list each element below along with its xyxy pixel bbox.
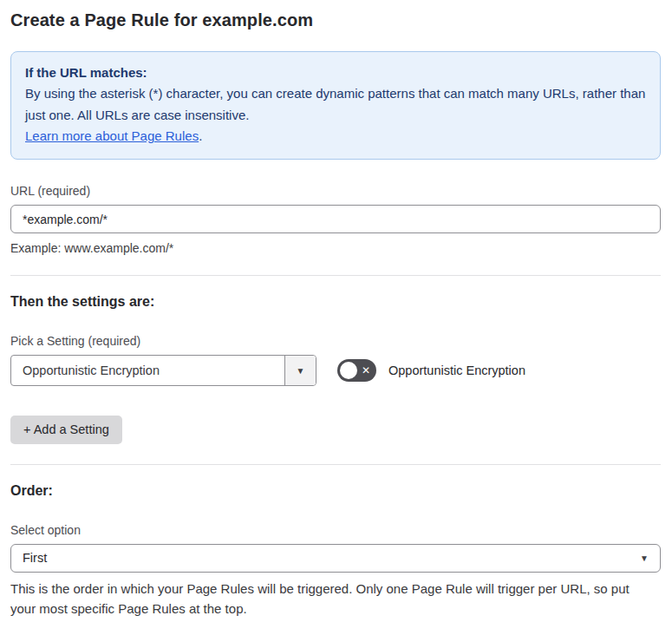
url-helper-text: Example: www.example.com/* (10, 241, 661, 255)
toggle-off-x-icon: ✕ (362, 365, 370, 376)
info-box-link-line: Learn more about Page Rules. (25, 126, 646, 147)
chevron-down-icon[interactable]: ▼ (284, 356, 316, 385)
order-select-value: First (23, 551, 47, 565)
toggle-knob (340, 362, 357, 379)
info-box-heading: If the URL matches: (25, 62, 646, 83)
order-select[interactable]: First ▼ (10, 544, 661, 573)
setting-dropdown-value: Opportunistic Encryption (11, 356, 284, 385)
opportunistic-encryption-toggle[interactable]: ✕ (337, 359, 376, 382)
link-suffix: . (199, 128, 202, 143)
create-page-rule-form: Create a Page Rule for example.com If th… (0, 0, 672, 622)
add-setting-button[interactable]: + Add a Setting (10, 416, 122, 444)
info-box-body: By using the asterisk (*) character, you… (25, 83, 646, 126)
url-input[interactable] (10, 205, 661, 233)
setting-dropdown[interactable]: Opportunistic Encryption ▼ (10, 355, 316, 386)
url-match-info-box: If the URL matches: By using the asteris… (10, 51, 661, 160)
order-helper-text: This is the order in which your Page Rul… (10, 579, 656, 619)
learn-more-link[interactable]: Learn more about Page Rules (25, 128, 199, 143)
url-field-label: URL (required) (10, 184, 661, 198)
toggle-label: Opportunistic Encryption (388, 363, 525, 377)
pick-setting-label: Pick a Setting (required) (10, 334, 661, 348)
order-section-heading: Order: (10, 483, 661, 499)
divider (10, 275, 661, 276)
setting-row: Opportunistic Encryption ▼ ✕ Opportunist… (10, 355, 661, 386)
settings-section-heading: Then the settings are: (10, 294, 661, 310)
order-select-label: Select option (10, 523, 661, 537)
divider (10, 464, 661, 465)
chevron-down-icon: ▼ (640, 553, 649, 563)
page-title: Create a Page Rule for example.com (10, 10, 661, 30)
